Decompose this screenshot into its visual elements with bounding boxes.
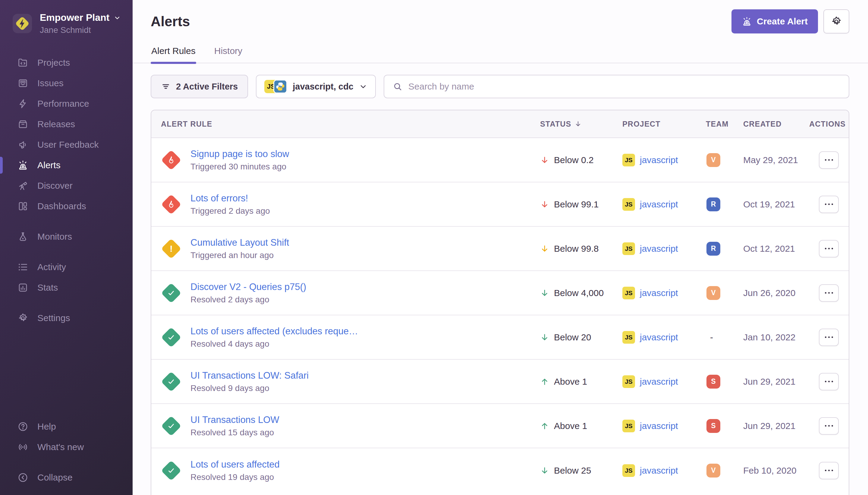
javascript-project-icon: JS <box>622 198 635 211</box>
row-actions-button[interactable] <box>819 151 839 169</box>
alert-rules-table: Alert Rule Status Project Team Created A… <box>151 110 849 495</box>
row-actions-button[interactable] <box>819 417 839 435</box>
monitors-icon <box>17 231 28 242</box>
org-switcher[interactable]: Empower Plant Jane Schmidt <box>0 12 133 35</box>
project-link[interactable]: javascript <box>640 243 678 254</box>
tab-history[interactable]: History <box>214 46 243 63</box>
chevron-down-icon <box>359 82 367 91</box>
sidebar: Empower Plant Jane Schmidt Projects Issu… <box>0 0 133 495</box>
status-arrow-up-icon <box>540 422 549 430</box>
alert-resolved-icon <box>161 460 181 481</box>
team-avatar: R <box>707 242 720 256</box>
status-value: Below 99.8 <box>554 243 598 254</box>
check-icon <box>167 333 175 342</box>
sidebar-item-activity[interactable]: Activity <box>0 257 133 277</box>
sidebar-item-issues[interactable]: Issues <box>0 73 133 93</box>
created-date: May 29, 2021 <box>743 155 809 165</box>
check-icon <box>167 466 175 475</box>
project-link[interactable]: javascript <box>640 288 678 298</box>
row-actions-button[interactable] <box>819 462 839 479</box>
table-header-row: Alert Rule Status Project Team Created A… <box>151 110 849 138</box>
sidebar-item-monitors[interactable]: Monitors <box>0 226 133 247</box>
project-link[interactable]: javascript <box>640 421 678 431</box>
row-actions-button[interactable] <box>819 373 839 390</box>
javascript-project-icon: JS <box>622 420 635 432</box>
column-header-status[interactable]: Status <box>540 120 622 129</box>
row-actions-button[interactable] <box>819 284 839 302</box>
sidebar-item-settings[interactable]: Settings <box>0 308 133 328</box>
row-actions-button[interactable] <box>819 329 839 346</box>
sidebar-item-stats[interactable]: Stats <box>0 277 133 298</box>
column-header-project[interactable]: Project <box>622 120 706 129</box>
created-date: Oct 12, 2021 <box>743 243 809 254</box>
sidebar-item-label: User Feedback <box>37 140 99 150</box>
table-row: Lots of users affected Resolved 19 days … <box>151 448 849 493</box>
sidebar-item-performance[interactable]: Performance <box>0 93 133 114</box>
project-link[interactable]: javascript <box>640 155 678 165</box>
created-date: Jun 29, 2021 <box>743 377 809 387</box>
sidebar-item-collapse[interactable]: Collapse <box>0 467 133 488</box>
sidebar-item-whats-new[interactable]: What's new <box>0 437 133 457</box>
table-row: UI Transactions LOW: Safari Resolved 9 d… <box>151 360 849 404</box>
alert-warning-icon: ! <box>161 238 181 259</box>
project-filter-dropdown[interactable]: JS javascript, cdc <box>256 75 376 98</box>
sidebar-item-label: Monitors <box>37 232 72 242</box>
team-avatar: V <box>707 464 720 478</box>
tab-bar: Alert Rules History <box>133 46 868 63</box>
alert-rule-link[interactable]: Lots of errors! <box>190 193 270 204</box>
active-filters-button[interactable]: 2 Active Filters <box>151 75 248 98</box>
sidebar-item-label: Performance <box>37 99 89 109</box>
check-icon <box>167 377 175 386</box>
table-row: Lots of errors! Triggered 2 days ago Bel… <box>151 182 849 227</box>
search-input[interactable] <box>409 81 840 92</box>
alert-settings-button[interactable] <box>823 9 849 33</box>
alert-rule-link[interactable]: Lots of users affected <box>190 459 280 470</box>
sidebar-item-projects[interactable]: Projects <box>0 52 133 73</box>
sort-arrow-down-icon <box>574 120 582 127</box>
team-avatar: V <box>707 286 720 300</box>
alert-rule-link[interactable]: Discover V2 - Queries p75() <box>190 281 306 292</box>
check-icon <box>167 289 175 297</box>
table-row: ! Cumulative Layout Shift Triggered an h… <box>151 227 849 271</box>
project-link[interactable]: javascript <box>640 465 678 476</box>
page-title: Alerts <box>151 13 190 30</box>
row-actions-button[interactable] <box>819 195 839 213</box>
javascript-project-icon: JS <box>622 464 635 477</box>
active-filters-label: 2 Active Filters <box>176 82 238 92</box>
help-icon <box>17 421 28 432</box>
app-root: Empower Plant Jane Schmidt Projects Issu… <box>0 0 868 495</box>
sidebar-item-label: Releases <box>37 119 75 129</box>
releases-icon <box>17 119 28 130</box>
create-alert-button[interactable]: Create Alert <box>731 9 818 33</box>
sidebar-item-alerts[interactable]: Alerts <box>0 155 133 175</box>
sidebar-item-discover[interactable]: Discover <box>0 175 133 196</box>
stats-icon <box>17 282 28 293</box>
empower-plant-logo-icon <box>13 14 32 33</box>
javascript-project-icon: JS <box>622 154 635 166</box>
sidebar-item-label: Stats <box>37 283 58 293</box>
sidebar-item-dashboards[interactable]: Dashboards <box>0 196 133 217</box>
status-value: Below 4,000 <box>554 288 604 298</box>
project-link[interactable]: javascript <box>640 332 678 342</box>
sidebar-item-help[interactable]: Help <box>0 416 133 437</box>
project-link[interactable]: javascript <box>640 377 678 387</box>
sidebar-item-label: Dashboards <box>37 201 86 211</box>
sidebar-item-label: Collapse <box>37 472 73 483</box>
status-arrow-down-icon <box>540 466 549 475</box>
alert-rule-link[interactable]: UI Transactions LOW <box>190 414 279 425</box>
tab-alert-rules[interactable]: Alert Rules <box>151 46 196 63</box>
project-link[interactable]: javascript <box>640 199 678 209</box>
alert-rule-link[interactable]: Lots of users affected (excludes reque… <box>190 326 358 337</box>
row-actions-button[interactable] <box>819 240 839 257</box>
sidebar-item-releases[interactable]: Releases <box>0 114 133 134</box>
dashboards-icon <box>17 201 28 211</box>
status-value: Below 0.2 <box>554 155 594 165</box>
alert-rule-link[interactable]: Cumulative Layout Shift <box>190 237 289 248</box>
alert-rule-link[interactable]: Signup page is too slow <box>190 149 289 159</box>
column-header-alert-rule[interactable]: Alert Rule <box>151 120 540 129</box>
alert-rule-link[interactable]: UI Transactions LOW: Safari <box>190 370 309 381</box>
status-value: Above 1 <box>554 377 587 387</box>
column-header-created[interactable]: Created <box>743 120 809 129</box>
column-header-team[interactable]: Team <box>706 120 743 129</box>
sidebar-item-user-feedback[interactable]: User Feedback <box>0 134 133 155</box>
